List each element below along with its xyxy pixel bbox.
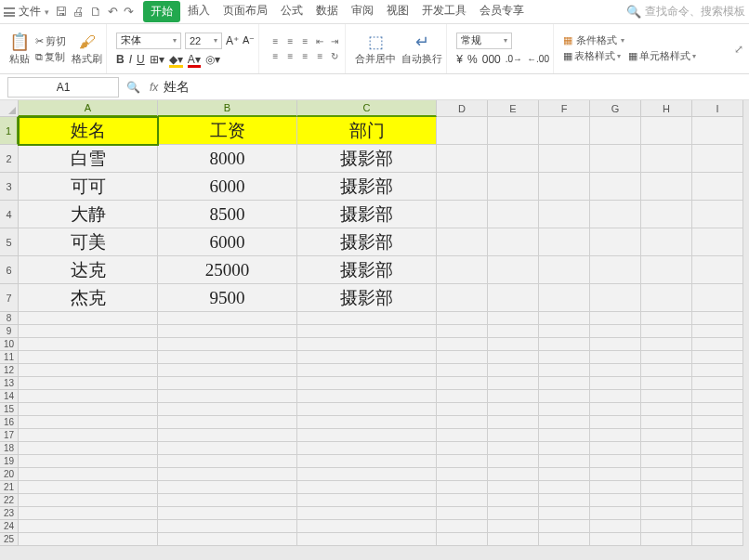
cut-button[interactable]: ✂剪切 — [35, 34, 66, 48]
cell-F10[interactable] — [539, 338, 590, 351]
merge-button[interactable]: ⬚ 合并居中 — [355, 33, 396, 65]
cell-G7[interactable] — [590, 284, 641, 312]
currency-icon[interactable]: ¥ — [456, 53, 463, 66]
cell-A25[interactable] — [19, 533, 158, 546]
cell-E21[interactable] — [488, 481, 539, 494]
tab-会员专享[interactable]: 会员专享 — [474, 1, 530, 22]
row-header-23[interactable]: 23 — [0, 507, 19, 520]
cell-F5[interactable] — [539, 228, 590, 256]
tab-页面布局[interactable]: 页面布局 — [217, 1, 273, 22]
cell-B12[interactable] — [158, 364, 297, 377]
comma-icon[interactable]: 000 — [482, 53, 501, 66]
cell-A15[interactable] — [19, 403, 158, 416]
cell-A5[interactable]: 可美 — [19, 228, 158, 256]
cell-F16[interactable] — [539, 416, 590, 429]
percent-icon[interactable]: % — [467, 53, 478, 66]
cell-I15[interactable] — [692, 403, 743, 416]
row-header-20[interactable]: 20 — [0, 468, 19, 481]
cell-I13[interactable] — [692, 377, 743, 390]
cell-B4[interactable]: 8500 — [158, 201, 297, 228]
cell-B11[interactable] — [158, 351, 297, 364]
cell-H24[interactable] — [641, 520, 692, 533]
cell-C7[interactable]: 摄影部 — [297, 284, 437, 312]
cell-C14[interactable] — [297, 390, 437, 403]
cell-C16[interactable] — [297, 416, 437, 429]
cell-F11[interactable] — [539, 351, 590, 364]
cell-E10[interactable] — [488, 338, 539, 351]
cell-H8[interactable] — [641, 312, 692, 325]
formula-value[interactable]: 姓名 — [164, 79, 190, 96]
cell-C15[interactable] — [297, 403, 437, 416]
cell-G8[interactable] — [590, 312, 641, 325]
cell-A19[interactable] — [19, 455, 158, 468]
cell-G20[interactable] — [590, 468, 641, 481]
cell-H25[interactable] — [641, 533, 692, 546]
row-header-11[interactable]: 11 — [0, 351, 19, 364]
cell-D15[interactable] — [437, 403, 488, 416]
row-header-1[interactable]: 1 — [0, 117, 19, 145]
cell-F23[interactable] — [539, 507, 590, 520]
decrease-font-icon[interactable]: A⁻ — [243, 34, 255, 46]
increase-font-icon[interactable]: A⁺ — [226, 34, 239, 47]
cell-I9[interactable] — [692, 325, 743, 338]
cell-H22[interactable] — [641, 494, 692, 507]
tab-审阅[interactable]: 审阅 — [346, 1, 379, 22]
cell-H19[interactable] — [641, 455, 692, 468]
cell-I4[interactable] — [692, 201, 743, 228]
cell-G2[interactable] — [590, 145, 641, 173]
cell-G9[interactable] — [590, 325, 641, 338]
cell-F7[interactable] — [539, 284, 590, 312]
select-all-corner[interactable] — [0, 100, 19, 117]
number-format-select[interactable]: 常规▾ — [456, 33, 512, 49]
cell-C12[interactable] — [297, 364, 437, 377]
cell-G6[interactable] — [590, 256, 641, 284]
cell-B6[interactable]: 25000 — [158, 256, 297, 284]
col-header-F[interactable]: F — [539, 100, 590, 117]
cell-I24[interactable] — [692, 520, 743, 533]
increase-decimal-icon[interactable]: ←.00 — [527, 54, 549, 64]
cell-I1[interactable] — [692, 117, 743, 145]
cell-C22[interactable] — [297, 494, 437, 507]
cell-C13[interactable] — [297, 377, 437, 390]
cell-style-button[interactable]: ▦单元格样式▾ — [628, 49, 696, 63]
cell-A14[interactable] — [19, 390, 158, 403]
cell-A21[interactable] — [19, 481, 158, 494]
cell-D23[interactable] — [437, 507, 488, 520]
cell-B15[interactable] — [158, 403, 297, 416]
cell-B18[interactable] — [158, 442, 297, 455]
col-header-A[interactable]: A — [19, 100, 158, 117]
bold-button[interactable]: B — [116, 53, 125, 66]
cell-E3[interactable] — [488, 173, 539, 201]
cell-A3[interactable]: 可可 — [19, 173, 158, 201]
cell-F13[interactable] — [539, 377, 590, 390]
cell-F14[interactable] — [539, 390, 590, 403]
cell-D5[interactable] — [437, 228, 488, 256]
cell-H4[interactable] — [641, 201, 692, 228]
tab-数据[interactable]: 数据 — [310, 1, 344, 22]
cell-B16[interactable] — [158, 416, 297, 429]
cell-C21[interactable] — [297, 481, 437, 494]
cell-G17[interactable] — [590, 429, 641, 442]
cell-C19[interactable] — [297, 455, 437, 468]
cell-A2[interactable]: 白雪 — [19, 145, 158, 173]
font-color-button[interactable]: A▾ — [188, 53, 201, 66]
cell-B13[interactable] — [158, 377, 297, 390]
row-header-2[interactable]: 2 — [0, 145, 19, 173]
cell-E18[interactable] — [488, 442, 539, 455]
cell-I14[interactable] — [692, 390, 743, 403]
cell-C18[interactable] — [297, 442, 437, 455]
cell-H9[interactable] — [641, 325, 692, 338]
format-painter-button[interactable]: 🖌 格式刷 — [72, 33, 102, 65]
cell-H20[interactable] — [641, 468, 692, 481]
cell-E13[interactable] — [488, 377, 539, 390]
row-header-12[interactable]: 12 — [0, 364, 19, 377]
cell-F22[interactable] — [539, 494, 590, 507]
row-header-18[interactable]: 18 — [0, 442, 19, 455]
cell-C17[interactable] — [297, 429, 437, 442]
cell-E5[interactable] — [488, 228, 539, 256]
cell-G21[interactable] — [590, 481, 641, 494]
cell-I6[interactable] — [692, 256, 743, 284]
cell-I19[interactable] — [692, 455, 743, 468]
cell-F20[interactable] — [539, 468, 590, 481]
cell-D10[interactable] — [437, 338, 488, 351]
